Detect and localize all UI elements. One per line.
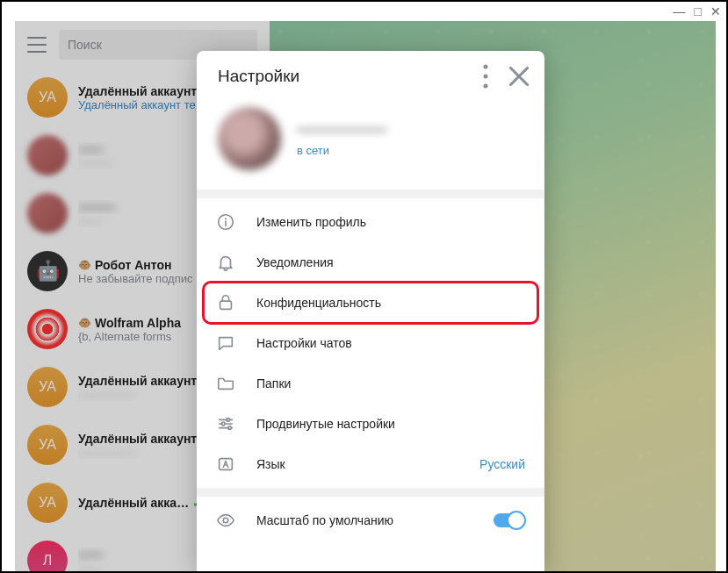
bell-icon xyxy=(216,253,235,272)
avatar xyxy=(218,107,281,170)
info-icon xyxy=(216,212,235,232)
settings-item-folder[interactable]: Папки xyxy=(197,363,544,404)
svg-point-2 xyxy=(483,84,487,89)
settings-item-chat[interactable]: Настройки чатов xyxy=(197,323,544,363)
close-window-button[interactable]: ✕ xyxy=(710,4,721,18)
close-icon xyxy=(502,60,536,93)
window-titlebar: — □ ✕ xyxy=(2,2,726,21)
folder-icon xyxy=(216,374,235,393)
more-button[interactable] xyxy=(469,60,502,93)
settings-item-bell[interactable]: Уведомления xyxy=(197,242,544,283)
svg-rect-5 xyxy=(220,301,232,309)
settings-item-label: Изменить профиль xyxy=(256,215,525,229)
chat-icon xyxy=(216,333,235,353)
separator xyxy=(197,190,544,198)
settings-menu: Изменить профильУведомленияКонфиденциаль… xyxy=(197,198,544,488)
settings-item-label: Уведомления xyxy=(256,255,525,269)
settings-item-value: Русский xyxy=(479,457,525,471)
scale-section: Масштаб по умолчанию xyxy=(197,497,544,544)
settings-item-label: Продвинутые настройки xyxy=(256,417,525,431)
settings-item-label: Язык xyxy=(256,457,458,471)
settings-item-label: Папки xyxy=(256,376,525,390)
svg-point-7 xyxy=(221,422,225,426)
svg-point-10 xyxy=(223,518,228,523)
settings-item-label: Конфиденциальность xyxy=(256,296,525,310)
lock-icon xyxy=(216,293,235,312)
separator xyxy=(197,488,544,497)
settings-title: Настройки xyxy=(218,67,469,86)
minimize-button[interactable]: — xyxy=(674,4,686,18)
svg-point-1 xyxy=(483,74,487,78)
svg-point-0 xyxy=(483,64,487,68)
sliders-icon xyxy=(216,414,235,433)
settings-item-lock[interactable]: Конфиденциальность xyxy=(197,283,544,323)
svg-point-8 xyxy=(228,426,232,430)
svg-point-6 xyxy=(227,419,230,422)
svg-rect-9 xyxy=(220,459,233,470)
profile-text: —————— в сети xyxy=(297,121,386,157)
dots-vertical-icon xyxy=(469,60,502,93)
scale-toggle[interactable] xyxy=(494,513,525,527)
settings-item-lang[interactable]: ЯзыкРусский xyxy=(197,444,544,484)
profile-name: —————— xyxy=(297,121,386,139)
profile-status: в сети xyxy=(297,144,386,157)
scale-label: Масштаб по умолчанию xyxy=(256,513,472,527)
profile-block[interactable]: —————— в сети xyxy=(197,102,544,190)
eye-icon xyxy=(216,511,235,530)
settings-item-label: Настройки чатов xyxy=(256,336,525,350)
settings-item-info[interactable]: Изменить профиль xyxy=(197,202,544,242)
settings-item-sliders[interactable]: Продвинутые настройки xyxy=(197,404,544,444)
scale-row[interactable]: Масштаб по умолчанию xyxy=(197,500,544,541)
settings-panel: Настройки —————— в сети Изменить профиль… xyxy=(197,51,544,571)
lang-icon xyxy=(216,455,235,474)
settings-header: Настройки xyxy=(197,51,544,102)
svg-point-4 xyxy=(225,218,227,219)
maximize-button[interactable]: □ xyxy=(695,4,702,18)
close-panel-button[interactable] xyxy=(502,60,536,93)
